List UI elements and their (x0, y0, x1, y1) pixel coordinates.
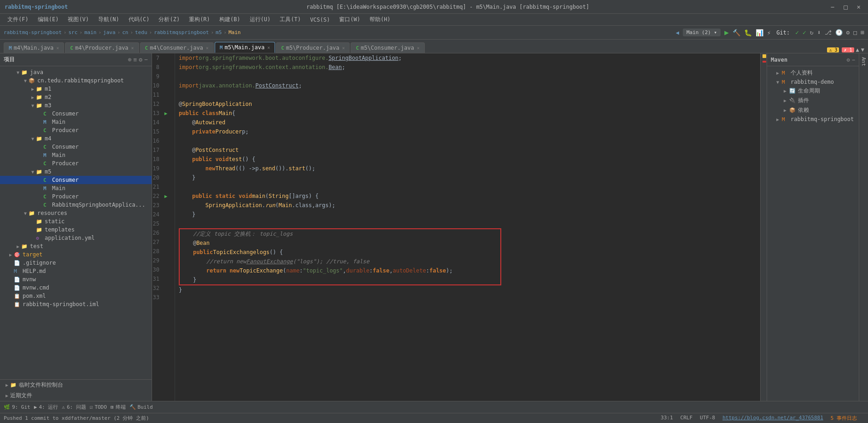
bottom-run[interactable]: ▶ 4: 运行 (34, 404, 59, 411)
bottom-terminal[interactable]: ⊞ 终端 (111, 404, 126, 411)
bottom-git[interactable]: 🌿 9: Git (4, 404, 30, 410)
tree-item-m4-consumer[interactable]: C Consumer (0, 143, 152, 151)
close-button[interactable]: × (854, 2, 863, 12)
tree-item-static[interactable]: 📁 static (0, 217, 152, 226)
tab-close-m4-main[interactable]: × (56, 46, 59, 51)
menu-help[interactable]: 帮助(H) (366, 15, 394, 24)
menu-tools[interactable]: 工具(T) (276, 15, 305, 24)
tree-item-m2[interactable]: ▶ 📁 m2 (0, 93, 152, 101)
tree-item-pom[interactable]: 📋 pom.xml (0, 292, 152, 300)
maven-item-deps[interactable]: ▶ 📦 依赖 (767, 105, 859, 115)
tree-item-m5-consumer[interactable]: C Consumer (0, 176, 152, 184)
panel-action-close[interactable]: − (144, 56, 148, 63)
profile-button[interactable]: ⚡ (767, 29, 771, 36)
tree-item-m4[interactable]: ▼ 📁 m4 (0, 134, 152, 143)
tree-item-java[interactable]: ▼ 📁 java (0, 68, 152, 76)
run-button[interactable]: ▶ (724, 28, 729, 37)
nav-down-icon[interactable]: ▼ (861, 46, 864, 53)
git-settings-icon[interactable]: ⚙ (846, 29, 850, 36)
git-pull-icon[interactable]: ⬇ (817, 29, 821, 36)
folder-icon-templates: 📁 (36, 227, 43, 233)
tree-item-m5-main[interactable]: M Main (0, 184, 152, 192)
tree-item-m3-consumer[interactable]: C Consumer (0, 110, 152, 118)
maven-settings-icon[interactable]: ⚙ (847, 57, 850, 63)
back-navigation-icon[interactable]: ◀ (676, 29, 679, 36)
maven-minimize-icon[interactable]: − (852, 57, 855, 63)
menu-navigate[interactable]: 导航(N) (94, 15, 123, 24)
tree-item-m5-producer[interactable]: C Producer (0, 192, 152, 201)
tree-item-iml[interactable]: 📋 rabbitmq-springboot.iml (0, 300, 152, 308)
bottom-problems[interactable]: ⚠ 6: 问题 (62, 404, 86, 411)
tree-item-test[interactable]: ▶ 📁 test (0, 242, 152, 250)
maven-item-personal[interactable]: ▶ M 个人资料 (767, 68, 859, 78)
maven-item-lifecycle[interactable]: ▶ 🔄 生命周期 (767, 86, 859, 96)
tab-close-m4-consumer[interactable]: × (206, 46, 209, 51)
tree-item-gitignore[interactable]: 📄 .gitignore (0, 259, 152, 267)
maven-item-rabbitmqdemo[interactable]: ▼ M rabbitmq-demo (767, 78, 859, 86)
tab-m5-producer[interactable]: C m5\Producer.java × (276, 42, 350, 53)
tab-m5-consumer[interactable]: C m5\Consumer.java × (351, 42, 424, 53)
tree-item-resources[interactable]: ▼ 📁 resources (0, 209, 152, 217)
tree-item-rabbitmq-app[interactable]: C RabbitmqSpringbootApplica... (0, 201, 152, 209)
menu-window[interactable]: 窗口(W) (335, 15, 364, 24)
tab-m5-main[interactable]: M m5\Main.java × (215, 42, 275, 53)
code-content[interactable]: import org.springframework.boot.autoconf… (175, 53, 760, 401)
tab-close-m5-main[interactable]: × (267, 45, 270, 50)
tab-close-m5-consumer[interactable]: × (417, 46, 420, 51)
ant-side-label[interactable]: Ant (859, 53, 868, 401)
tab-close-m5-producer[interactable]: × (342, 46, 345, 51)
menu-edit[interactable]: 编辑(E) (34, 15, 63, 24)
bottom-todo[interactable]: ☑ TODO (90, 404, 107, 410)
menu-file[interactable]: 文件(F) (4, 15, 32, 24)
menu-vcs[interactable]: VCS(S) (306, 16, 334, 24)
panel-action-locate[interactable]: ⊕ (128, 56, 132, 63)
tree-item-target[interactable]: ▶ 🎯 target (0, 250, 152, 259)
git-update-icon[interactable]: ↻ (810, 29, 814, 36)
tab-m4-consumer[interactable]: C m4\Consumer.java × (140, 42, 214, 53)
nav-up-icon[interactable]: ▲ (856, 46, 859, 53)
menu-refactor[interactable]: 重构(R) (185, 15, 214, 24)
tree-item-m1[interactable]: ▶ 📁 m1 (0, 85, 152, 93)
bottom-build[interactable]: 🔨 Build (129, 404, 153, 410)
tree-item-m3[interactable]: ▼ 📁 m3 (0, 101, 152, 110)
menu-code[interactable]: 代码(C) (125, 15, 153, 24)
tab-close-m4-producer[interactable]: × (131, 46, 134, 51)
git-branch-icon[interactable]: ⎇ (825, 29, 832, 36)
tree-item-application-yml[interactable]: ⚙ application.yml (0, 234, 152, 242)
settings-icon[interactable]: □ (853, 29, 857, 36)
menu-build[interactable]: 构建(B) (216, 15, 244, 24)
debug-button[interactable]: 🐛 (744, 29, 752, 36)
tree-item-mvnw[interactable]: 📄 mvnw (0, 275, 152, 284)
minimize-button[interactable]: − (828, 2, 837, 12)
tree-item-m5[interactable]: ▼ 📁 m5 (0, 168, 152, 176)
panel-action-settings[interactable]: ⚙ (139, 56, 142, 63)
maven-item-plugins[interactable]: ▶ 🔌 插件 (767, 96, 859, 105)
tree-item-templates[interactable]: 📁 templates (0, 226, 152, 234)
menu-analyze[interactable]: 分析(Z) (155, 15, 183, 24)
build-button[interactable]: 🔨 (733, 29, 740, 36)
tree-item-m4-main[interactable]: M Main (0, 151, 152, 159)
git-commit-icon[interactable]: ✓ (795, 29, 799, 36)
tree-item-m4-producer[interactable]: C Producer (0, 159, 152, 168)
tree-item-bottom-prev[interactable]: ▶ 近期文件 (0, 390, 152, 401)
tab-m4-main[interactable]: M m4\Main.java × (4, 42, 64, 53)
tree-item-bottom-temp[interactable]: ▶ 📁 临时文件和控制台 (0, 380, 152, 390)
status-link[interactable]: https://blog.csdn.net/ar_43765881 (722, 415, 823, 422)
panel-action-collapse[interactable]: ≡ (134, 56, 137, 63)
tree-item-helpmd[interactable]: M HELP.md (0, 267, 152, 275)
tree-item-m3-producer[interactable]: C Producer (0, 126, 152, 134)
coverage-button[interactable]: 📊 (756, 29, 763, 36)
tree-item-package[interactable]: ▼ 📦 cn.tedu.rabbitmqspringboot (0, 76, 152, 85)
tab-m4-producer[interactable]: C m4\Producer.java × (65, 42, 139, 53)
status-events[interactable]: 5 事件日志 (831, 415, 857, 422)
git-push-icon[interactable]: ✓ (803, 29, 806, 36)
menu-run[interactable]: 运行(U) (246, 15, 275, 24)
menu-view[interactable]: 视图(V) (64, 15, 93, 24)
maximize-editor-icon[interactable]: ⊞ (861, 29, 864, 36)
tree-item-mvnwcmd[interactable]: 📄 mvnw.cmd (0, 284, 152, 292)
maximize-button[interactable]: □ (841, 2, 850, 12)
git-history-icon[interactable]: 🕐 (835, 29, 843, 36)
run-config-selector[interactable]: Main (2) ▾ (683, 29, 721, 36)
tree-item-m3-main[interactable]: M Main (0, 118, 152, 126)
maven-item-rabbitmqspringboot[interactable]: ▶ M rabbitmq-springboot (767, 115, 859, 123)
